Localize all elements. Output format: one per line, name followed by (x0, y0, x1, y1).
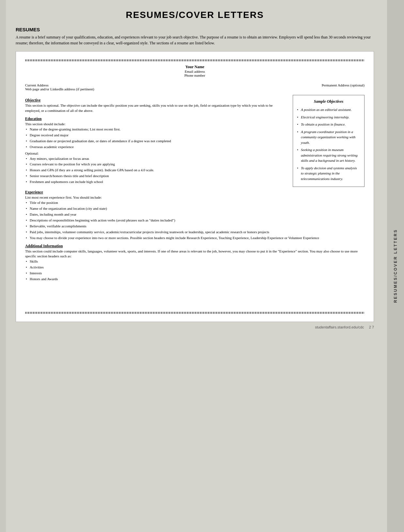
list-item: Overseas academic experience (25, 144, 287, 150)
phone-placeholder: Phone number (25, 73, 365, 77)
current-address-label: Current Address (25, 83, 94, 87)
list-item: To apply decision and systems analysis t… (297, 165, 360, 182)
list-item: Honors and Awards (25, 277, 365, 282)
list-item: Dates, including month and year (25, 212, 365, 217)
list-item: A position as an editorial assistant. (297, 107, 360, 113)
additional-info-title: Additional Information (25, 244, 365, 248)
resumes-heading: RESUMES (16, 27, 374, 32)
list-item: Degree received and major (25, 133, 287, 138)
name-placeholder: Your Name (25, 65, 365, 69)
list-item: Activities (25, 265, 365, 270)
education-title: Education (25, 117, 287, 121)
list-item: Title of the position (25, 200, 365, 205)
side-tab: RESUMES/COVER LETTERS (387, 0, 404, 532)
page-title: RESUMES/COVER LETTERS (16, 10, 374, 20)
education-list: Name of the degree-granting institutions… (25, 127, 287, 150)
email-placeholder: Email address (25, 69, 365, 73)
list-item: Honors and GPA (if they are a strong sel… (25, 168, 287, 173)
list-item: To obtain a position in finance. (297, 122, 360, 127)
list-item: Seeking a position in museum administrat… (297, 147, 360, 163)
page-number: 2 7 (369, 325, 374, 329)
objective-text: This section is optional. The objective … (25, 103, 287, 114)
sample-objectives-inner: Sample Objectives A position as an edito… (293, 95, 365, 187)
footer: studentaffairs.stanford.edu/cdc 2 7 (16, 325, 374, 329)
resume-header: Your Name Email address Phone number (25, 65, 365, 77)
list-item: Graduation date or projected graduation … (25, 139, 287, 144)
sample-objectives-list: A position as an editorial assistant. El… (297, 107, 360, 181)
objective-left: Objective This section is optional. The … (25, 95, 287, 185)
web-label: Web page and/or LinkedIn address (if per… (25, 87, 94, 91)
list-item: Senior research/honors thesis title and … (25, 174, 287, 179)
list-item: Name of the organization and location (c… (25, 206, 365, 211)
list-item: Paid jobs, internships, volunteer commun… (25, 230, 365, 235)
list-item: You may choose to divide your experience… (25, 236, 365, 241)
bottom-border-decoration (25, 312, 365, 314)
resumes-intro: A resume is a brief summary of your qual… (16, 34, 374, 46)
experience-list: Title of the position Name of the organi… (25, 200, 365, 241)
list-item: Descriptions of responsibilities beginni… (25, 218, 365, 223)
list-item: Freshmen and sophomores can include high… (25, 179, 287, 185)
objective-title: Objective (25, 98, 287, 102)
top-border-decoration (25, 59, 365, 61)
list-item: Electrical engineering internship. (297, 114, 360, 120)
experience-intro: List most recent experience first. You s… (25, 195, 365, 200)
list-item: Name of the degree-granting institutions… (25, 127, 287, 132)
permanent-address-label: Permanent Address (optional) (322, 83, 365, 91)
optional-label: Optional: (25, 151, 287, 156)
list-item: Skills (25, 259, 365, 264)
education-optional-list: Any minors, specialization or focus area… (25, 156, 287, 185)
list-item: Any minors, specialization or focus area… (25, 156, 287, 161)
additional-info-list: Skills Activities Interests Honors and A… (25, 259, 365, 282)
additional-info-text: This section could include computer skil… (25, 249, 365, 259)
list-item: Believable, verifiable accomplishments (25, 224, 365, 229)
list-item: A program coordinator position in a comm… (297, 129, 360, 145)
sample-objectives-title: Sample Objectives (297, 99, 360, 104)
education-intro: This section should include: (25, 122, 287, 127)
side-tab-label: RESUMES/COVER LETTERS (393, 229, 398, 303)
list-item: Courses relevant to the position for whi… (25, 162, 287, 167)
experience-title: Experience (25, 190, 365, 194)
footer-url: studentaffairs.stanford.edu/cdc (315, 325, 364, 329)
address-row: Current Address Web page and/or LinkedIn… (25, 83, 365, 91)
list-item: Interests (25, 271, 365, 276)
sample-objectives-box: Sample Objectives A position as an edito… (293, 95, 365, 187)
current-address-block: Current Address Web page and/or LinkedIn… (25, 83, 94, 91)
resume-template-box: Your Name Email address Phone number Cur… (16, 51, 374, 322)
objective-area: Objective This section is optional. The … (25, 95, 365, 187)
